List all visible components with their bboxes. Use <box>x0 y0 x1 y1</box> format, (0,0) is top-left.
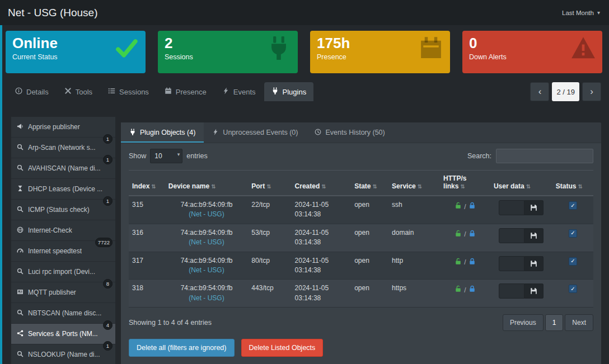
http-lock-open-icon[interactable] <box>455 285 462 295</box>
https-lock-closed-icon[interactable] <box>469 230 476 240</box>
col-header-user-data[interactable]: User data⇅ <box>490 171 552 196</box>
pagination-previous-button[interactable]: Previous <box>503 314 544 331</box>
pager-prev-button[interactable]: ‹ <box>530 82 549 101</box>
plug-icon <box>266 36 291 60</box>
status-checkbox[interactable]: ✓ <box>569 257 577 266</box>
cell-state: open <box>351 224 388 252</box>
plugins-content: Apprise publisher Arp-Scan (Network s...… <box>11 115 601 364</box>
subtab-unprocessed-events[interactable]: Unprocessed Events (0) <box>204 122 306 143</box>
https-lock-closed-icon[interactable] <box>469 258 476 268</box>
page-size-control: Show 10▾ entries <box>129 149 208 163</box>
chevron-right-icon: › <box>590 86 593 97</box>
tab-plugins[interactable]: Plugins <box>264 82 314 101</box>
delete-all-button[interactable]: Delete all (filters are ignored) <box>129 339 235 357</box>
col-header-http-links[interactable]: HTTP/s links⇅ <box>440 171 490 196</box>
sidebar-item-luci-rpc-import[interactable]: Luci rpc import (Devi... <box>11 262 115 282</box>
sidebar-item-services-ports[interactable]: Services & Ports (NM...4 <box>11 324 115 344</box>
col-header-service[interactable]: Service⇅ <box>388 171 440 196</box>
cell-device: 74:ac:b9:54:09:fb(Net - USG) <box>165 224 248 252</box>
sidebar-item-arp-scan[interactable]: Arp-Scan (Network s...1 <box>11 138 115 158</box>
sidebar-item-icmp[interactable]: ICMP (Status check)1 <box>11 200 115 220</box>
save-user-data-button[interactable] <box>524 200 544 215</box>
search-input[interactable] <box>496 149 593 163</box>
subtab-events-history[interactable]: Events History (50) <box>306 122 393 143</box>
floppy-icon <box>530 260 537 267</box>
table-pagination: Previous 1 Next <box>503 314 593 331</box>
badge: 1 <box>103 134 113 144</box>
col-header-port[interactable]: Port⇅ <box>248 171 291 196</box>
sidebar-item-avahiscan[interactable]: AVAHISCAN (Name di...1 <box>11 158 115 179</box>
col-header-created[interactable]: Created⇅ <box>292 171 352 196</box>
save-user-data-button[interactable] <box>524 256 544 271</box>
sidebar-item-internet-speedtest[interactable]: Internet speedtest7722 <box>11 241 115 262</box>
pagination-page-1-button[interactable]: 1 <box>545 314 564 331</box>
sort-icon: ⇅ <box>526 183 531 190</box>
status-cards: Online Current Status 2 Sessions 175h Pr… <box>6 31 602 73</box>
user-data-input[interactable] <box>499 200 524 215</box>
tab-sessions[interactable]: Sessions <box>101 82 156 101</box>
pagination-next-button[interactable]: Next <box>565 314 593 331</box>
tab-details[interactable]: Details <box>8 82 56 101</box>
cell-user-data <box>490 252 552 280</box>
tab-label: Sessions <box>119 88 149 96</box>
card-current-status: Online Current Status <box>6 31 146 73</box>
tab-presence[interactable]: Presence <box>157 82 214 101</box>
sidebar-item-apprise-publisher[interactable]: Apprise publisher <box>11 117 115 138</box>
https-lock-closed-icon[interactable] <box>469 285 476 295</box>
cell-state: open <box>351 196 388 224</box>
http-lock-open-icon[interactable] <box>455 230 462 240</box>
caret-down-icon: ▾ <box>597 10 600 16</box>
sort-icon: ⇅ <box>418 183 422 190</box>
http-lock-open-icon[interactable] <box>455 258 462 268</box>
user-data-input[interactable] <box>499 256 524 271</box>
sidebar-item-nslookup[interactable]: NSLOOKUP (Name di...1 <box>11 344 115 364</box>
device-link[interactable]: (Net - USG) <box>168 210 245 219</box>
delete-listed-button[interactable]: Delete Listed Objects <box>241 339 324 357</box>
check-icon: ✓ <box>570 230 575 236</box>
http-lock-open-icon[interactable] <box>455 202 462 212</box>
cell-device: 74:ac:b9:54:09:fb(Net - USG) <box>165 196 248 224</box>
clock-icon <box>315 129 321 137</box>
table-row: 315 74:ac:b9:54:09:fb(Net - USG) 22/tcp … <box>129 196 593 224</box>
tab-tools[interactable]: Tools <box>57 82 100 101</box>
sidebar-item-label: Services & Ports (NM... <box>28 330 98 338</box>
save-user-data-button[interactable] <box>524 283 544 299</box>
status-checkbox[interactable]: ✓ <box>569 201 577 210</box>
col-header-status[interactable]: Status⇅ <box>552 171 593 196</box>
search-icon <box>17 206 24 214</box>
cell-created: 2024-11-05 03:14:38 <box>292 252 352 280</box>
user-data-input[interactable] <box>499 283 524 299</box>
bolt-icon <box>222 87 229 96</box>
col-header-device-name[interactable]: Device name⇅ <box>165 171 248 196</box>
share-nodes-icon <box>17 330 24 338</box>
device-pager: ‹ 2 / 19 › <box>530 82 601 101</box>
sort-icon: ⇅ <box>151 183 156 190</box>
period-selector[interactable]: Last Month ▾ <box>562 10 600 16</box>
tab-events[interactable]: Events <box>215 82 263 101</box>
sidebar-item-dhcp-leases[interactable]: DHCP Leases (Device ... <box>11 179 115 200</box>
sort-icon: ⇅ <box>266 183 271 190</box>
user-data-input[interactable] <box>499 228 524 243</box>
tab-label: Tools <box>76 88 92 96</box>
sidebar-item-mqtt-publisher[interactable]: MQTT publisher8 <box>11 282 115 303</box>
plug-icon <box>129 129 136 137</box>
calendar-icon <box>419 36 443 60</box>
table-summary: Showing 1 to 4 of 4 entries <box>129 319 212 327</box>
save-user-data-button[interactable] <box>524 228 544 243</box>
status-checkbox[interactable]: ✓ <box>569 285 577 293</box>
page-size-select[interactable]: 10 <box>150 149 182 163</box>
pager-next-button[interactable]: › <box>582 82 601 101</box>
col-header-index[interactable]: Index⇅ <box>129 171 165 196</box>
device-link[interactable]: (Net - USG) <box>168 238 245 247</box>
device-link[interactable]: (Net - USG) <box>168 294 245 303</box>
status-checkbox[interactable]: ✓ <box>569 229 577 238</box>
sidebar-item-nbtscan[interactable]: NBTSCAN (Name disc... <box>11 303 115 324</box>
sidebar-item-label: Apprise publisher <box>28 123 80 131</box>
megaphone-icon <box>17 123 24 131</box>
col-header-state[interactable]: State⇅ <box>351 171 388 196</box>
cell-index: 315 <box>129 196 165 224</box>
device-link[interactable]: (Net - USG) <box>168 266 245 275</box>
https-lock-closed-icon[interactable] <box>469 202 476 212</box>
calendar-icon <box>165 87 172 96</box>
subtab-plugin-objects[interactable]: Plugin Objects (4) <box>121 122 204 143</box>
